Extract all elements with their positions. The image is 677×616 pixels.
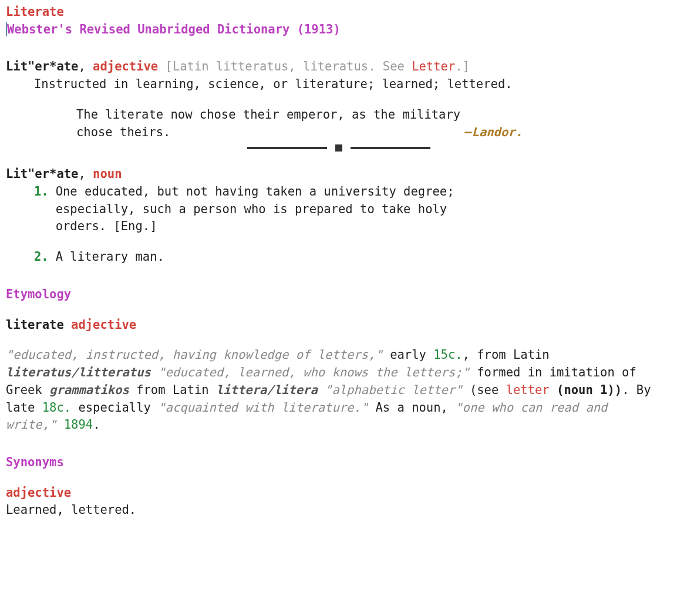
comma: , xyxy=(78,59,93,73)
ety-gloss: "educated, learned, who knows the letter… xyxy=(158,365,470,379)
divider-bar-right xyxy=(351,147,430,149)
ety-text: especially xyxy=(71,400,158,415)
etymology-paragraph: "educated, instructed, having knowledge … xyxy=(6,346,652,434)
definition-text: Instructed in learning, science, or lite… xyxy=(6,76,671,93)
sense-text: One educated, but not having taken a uni… xyxy=(56,183,502,235)
etym-link-letter[interactable]: Letter xyxy=(412,59,455,73)
ety-gloss: "acquainted with literature." xyxy=(158,400,368,415)
section-heading-synonyms: Synonyms xyxy=(6,454,671,472)
section-heading-etymology: Etymology xyxy=(6,286,671,304)
part-of-speech: adjective xyxy=(93,59,158,73)
ety-text-bold: (noun 1)) xyxy=(550,383,622,397)
quote-attribution: —Landor. xyxy=(464,124,523,142)
ety-text: early xyxy=(383,348,433,362)
synonyms-pos: adjective xyxy=(6,484,671,502)
divider xyxy=(6,144,671,152)
sp xyxy=(151,365,158,379)
ety-text: . xyxy=(93,418,100,432)
entry-title: Literate xyxy=(6,4,671,21)
slash: / xyxy=(267,383,274,397)
headword: Lit"er*ate xyxy=(6,59,78,73)
etymology-link-letter[interactable]: letter xyxy=(506,383,550,397)
quote-line-1: The literate now chose their emperor, as… xyxy=(76,106,523,124)
headword-line: Lit"er*ate, adjective [Latin litteratus,… xyxy=(6,58,671,76)
ety-date: 15c. xyxy=(433,348,462,362)
ety-text: , from Latin xyxy=(463,348,550,362)
ety-text: (see xyxy=(463,383,506,397)
divider-square xyxy=(335,144,342,152)
quotation-block: The literate now chose their emperor, as… xyxy=(6,106,523,141)
ety-latin: litteratus xyxy=(78,365,150,379)
ety-text: As a noun, xyxy=(368,400,455,415)
headword-line: Lit"er*ate, noun xyxy=(6,166,671,183)
sense-number: 1. xyxy=(34,183,49,235)
quote-line-2: chose theirs. xyxy=(76,124,170,142)
slash: / xyxy=(71,365,78,379)
comma: , xyxy=(78,167,93,181)
divider-bar-left xyxy=(247,147,327,149)
ety-latin: litera xyxy=(274,383,318,397)
entry-noun: Lit"er*ate, noun 1. One educated, but no… xyxy=(6,166,671,266)
ety-date: 18c. xyxy=(42,400,71,415)
ety-gloss: "educated, instructed, having knowledge … xyxy=(6,348,383,362)
sense-number: 2. xyxy=(34,248,49,266)
part-of-speech: noun xyxy=(93,167,122,181)
etymology-word: literate xyxy=(6,318,64,332)
sense-2: 2. A literary man. xyxy=(6,248,671,266)
etym-close: .] xyxy=(455,59,470,73)
ety-latin: littera xyxy=(216,383,267,397)
ety-latin: literatus xyxy=(6,365,71,379)
headword: Lit"er*ate xyxy=(6,167,78,181)
sp xyxy=(318,383,325,397)
source-name: Webster's Revised Unabridged Dictionary … xyxy=(7,22,341,36)
etymology-pos: adjective xyxy=(71,318,136,332)
source-line: Webster's Revised Unabridged Dictionary … xyxy=(6,21,671,39)
ety-date: 1894 xyxy=(64,418,93,432)
entry-adjective: Lit"er*ate, adjective [Latin litteratus,… xyxy=(6,58,671,152)
etym-open: [ xyxy=(158,59,173,73)
synonyms-text: Learned, lettered. xyxy=(6,501,671,519)
sense-text: A literary man. xyxy=(56,248,164,266)
etymology-headword-line: literate adjective xyxy=(6,317,671,334)
ety-greek: grammatikos xyxy=(49,383,129,397)
sp xyxy=(56,418,63,432)
ety-gloss: "alphabetic letter" xyxy=(325,383,463,397)
sense-1: 1. One educated, but not having taken a … xyxy=(6,183,671,235)
etym-text: Latin litteratus, literatus. See xyxy=(173,59,412,73)
ety-text: from Latin xyxy=(129,383,216,397)
